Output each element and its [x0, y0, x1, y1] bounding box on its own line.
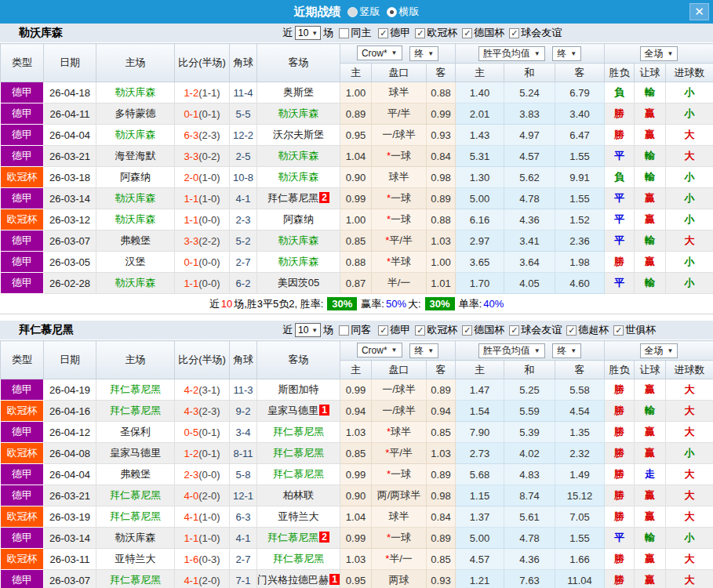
- score-halftime: (1-1): [198, 87, 220, 99]
- layout-horizontal-option[interactable]: 横版: [387, 5, 420, 19]
- cell-home-team: 多特蒙德: [96, 103, 175, 125]
- cell-result: 勝: [605, 464, 635, 485]
- league-filter-checkbox[interactable]: ✓球会友谊: [509, 26, 562, 40]
- odds-time-select[interactable]: 终▼: [409, 343, 438, 358]
- cell-date: 26-04-08: [44, 443, 96, 464]
- cell-mean-win: 1.70: [456, 273, 504, 294]
- score-fulltime: 0-5: [184, 426, 198, 438]
- cell-score: 1-6(0-3): [175, 549, 230, 570]
- score-fulltime: 1-6: [184, 554, 198, 565]
- cell-away-team: 斯图加特: [257, 379, 340, 401]
- cell-date: 26-04-18: [44, 82, 96, 103]
- match-row: 欧冠杯26-04-08皇家马德里1-2(0-1)8-11拜仁慕尼黑0.85*平/…: [1, 443, 713, 464]
- recent-count-select[interactable]: 10 ▼: [295, 26, 321, 40]
- cell-mean-lose: 2.36: [555, 230, 605, 252]
- cell-away-team: 阿森纳: [257, 209, 340, 230]
- cell-corners: 12-2: [230, 125, 257, 146]
- league-filter-checkbox[interactable]: ✓世俱杯: [613, 323, 656, 337]
- match-row: 德甲26-04-04勒沃库森6-3(2-3)12-2沃尔夫斯堡0.95一/球半0…: [1, 125, 713, 146]
- away-team-name: 阿森纳: [283, 213, 314, 225]
- score-halftime: (1-0): [198, 172, 220, 183]
- mean-select[interactable]: 胜平负均值▼: [478, 46, 545, 61]
- recent-count-select[interactable]: 10 ▼: [295, 323, 321, 337]
- mean-time-select[interactable]: 终▼: [552, 46, 581, 61]
- cell-odds-home: 1.03: [340, 549, 372, 570]
- match-row: 德甲26-03-21拜仁慕尼黑4-0(2-0)12-1柏林联0.90两/两球半0…: [1, 485, 713, 506]
- cell-league-type: 欧冠杯: [1, 549, 44, 570]
- cell-handicap: *一球: [372, 188, 427, 209]
- recent-count-value: 10: [298, 27, 308, 38]
- handicap-text: 平/半: [389, 447, 413, 459]
- cell-odds-away: 0.93: [427, 125, 456, 146]
- league-filter-checkbox[interactable]: ✓欧冠杯: [415, 323, 457, 337]
- odds-company-select[interactable]: Crow*▼: [357, 45, 402, 60]
- mean-select[interactable]: 胜平负均值▼: [478, 343, 545, 358]
- scope-select[interactable]: 全场▼: [640, 46, 678, 61]
- league-filter-checkbox[interactable]: ✓欧冠杯: [415, 26, 457, 40]
- col-mean-draw: 和: [504, 64, 555, 82]
- cell-away-team: 勒沃库森: [257, 230, 340, 252]
- same-venue-checkbox[interactable]: 同主: [339, 26, 371, 40]
- cell-league-type: 欧冠杯: [1, 209, 44, 230]
- cell-mean-lose: 7.05: [555, 506, 605, 528]
- league-filter-checkbox[interactable]: ✓德甲: [378, 323, 410, 337]
- same-venue-checkbox[interactable]: 同客: [339, 323, 371, 337]
- layout-vertical-option[interactable]: 竖版: [347, 5, 380, 19]
- cell-handicap: *平/半: [372, 230, 427, 252]
- cell-odds-home: 1.04: [340, 146, 372, 167]
- cell-score: 1-1(0-0): [175, 209, 230, 230]
- handicap-text: 半球: [391, 256, 411, 267]
- cell-league-type: 德甲: [1, 82, 44, 103]
- score-halftime: (2-3): [198, 129, 220, 141]
- cell-away-team: 沃尔夫斯堡: [257, 125, 340, 146]
- odds-company-select[interactable]: Crow*▼: [357, 343, 402, 358]
- odds-time-select[interactable]: 终▼: [409, 46, 438, 61]
- mean-time-select[interactable]: 终▼: [552, 343, 581, 358]
- col-score: 比分(半场): [175, 341, 230, 379]
- cell-league-type: 德甲: [1, 188, 44, 209]
- cell-score: 6-3(2-3): [175, 125, 230, 146]
- score-fulltime: 4-2: [184, 384, 198, 396]
- score-fulltime: 1-1: [184, 214, 198, 226]
- team-section-leverkusen: 勒沃库森 近 10 ▼ 场 同主 ✓德甲✓欧冠杯✓德国杯✓球会友谊: [0, 24, 713, 314]
- cell-odds-home: 0.99: [340, 464, 372, 485]
- col-away: 客场: [257, 341, 340, 379]
- checkbox-unchecked-icon: [339, 28, 349, 38]
- league-filter-label: 球会友谊: [521, 323, 562, 337]
- league-filter-checkbox[interactable]: ✓德国杯: [462, 323, 504, 337]
- radio-unselected-icon: [347, 7, 358, 17]
- cell-date: 26-04-04: [44, 464, 96, 485]
- league-filter-checkbox[interactable]: ✓德国杯: [462, 26, 504, 40]
- recent-results-dialog: 近期战绩 竖版 横版 ✕ 勒沃库森 近 10 ▼ 场 同主: [0, 0, 713, 588]
- league-filter-checkbox[interactable]: ✓德超杯: [566, 323, 609, 337]
- games-label: 场: [323, 26, 333, 40]
- scope-select[interactable]: 全场▼: [640, 343, 678, 358]
- cell-odds-home: 0.85: [340, 443, 372, 464]
- cell-result: 勝: [605, 401, 635, 422]
- league-filter-label: 欧冠杯: [427, 26, 457, 40]
- cell-score: 3-3(2-2): [175, 230, 230, 252]
- cell-score: 1-1(1-0): [175, 188, 230, 209]
- away-team-name: 亚特兰大: [278, 510, 319, 522]
- cell-odds-away: 1.01: [427, 273, 456, 294]
- league-filter-checkbox[interactable]: ✓球会友谊: [509, 323, 562, 337]
- cell-corners: 5-8: [230, 464, 257, 485]
- league-filter-checkbox[interactable]: ✓德甲: [378, 26, 410, 40]
- cell-league-type: 德甲: [1, 125, 44, 146]
- close-button[interactable]: ✕: [689, 3, 709, 20]
- checkbox-checked-icon: ✓: [378, 325, 388, 336]
- cell-home-team: 勒沃库森: [96, 125, 175, 146]
- match-row: 德甲26-04-12圣保利0-5(0-1)3-4拜仁慕尼黑1.03*球半0.85…: [1, 422, 713, 443]
- cell-odds-away: 0.85: [427, 422, 456, 443]
- cell-mean-win: 5.00: [456, 528, 504, 549]
- league-filter-label: 德国杯: [474, 26, 504, 40]
- cell-goals-result: 小: [666, 82, 713, 103]
- cell-date: 26-03-21: [44, 146, 96, 167]
- cell-score: 2-3(0-0): [175, 464, 230, 485]
- cell-handicap: 半/一: [372, 273, 427, 294]
- cell-away-team: 拜仁慕尼黑: [257, 422, 340, 443]
- away-team-name: 勒沃库森: [278, 234, 319, 246]
- cell-handicap-result: 贏: [635, 125, 666, 146]
- cell-date: 26-04-16: [44, 401, 96, 422]
- cell-mean-win: 5.31: [456, 146, 504, 167]
